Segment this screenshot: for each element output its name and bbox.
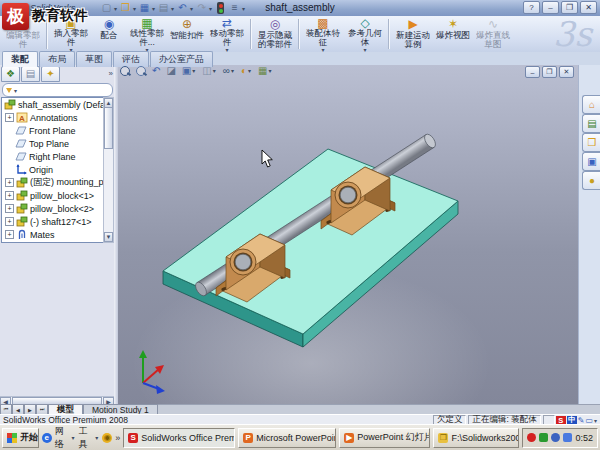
tree-item-top-plane[interactable]: Top Plane [2,137,104,150]
quick-launch-net-menu[interactable]: 网络▾ [55,425,76,450]
expand-icon[interactable] [5,204,14,213]
tree-item-pillow-block-1[interactable]: pillow_block<1> [2,189,104,202]
quick-launch-overflow[interactable]: » [115,433,120,443]
feature-tree-tab[interactable]: ❖ [1,66,20,82]
minimize-button[interactable]: – [542,1,559,14]
expand-icon[interactable] [5,230,14,239]
edu-logo-badge: 极 [2,3,29,30]
redo-dropdown[interactable]: ▾ [209,5,212,12]
apply-scene-icon[interactable]: ▦▾ [256,65,274,77]
tree-item-annotations[interactable]: Annotations [2,111,104,124]
expand-icon[interactable] [5,178,14,187]
new-file-icon[interactable]: ▢ [100,2,113,15]
search-icon[interactable]: ▣ [582,152,600,171]
part-icon [16,177,28,188]
appearances-icon[interactable]: ● [582,171,600,190]
expand-icon[interactable] [5,113,14,122]
view-orientation-icon[interactable]: ▣▾ [180,65,198,77]
doc-restore-button[interactable]: ❐ [542,66,557,78]
restore-button[interactable]: ❐ [561,1,578,14]
print-icon[interactable]: ▤ [157,2,170,15]
show-hidden-components-button[interactable]: ◎ 显示隐藏的零部件 [254,16,296,52]
move-component-button[interactable]: ⇄ 移动零部件 ▾ [206,16,248,52]
quick-launch-browser-icon[interactable]: e [42,433,52,443]
tray-red-icon[interactable] [527,433,536,442]
tree-filter-box[interactable]: ▾ [2,83,113,97]
tree-vertical-scrollbar[interactable]: ▲ ▼ [103,97,114,243]
tree-item-shaft[interactable]: (-) shaft127<1> [2,215,104,228]
save-icon[interactable]: ▦ [138,2,151,15]
powerpoint-task-icon: P [243,433,253,443]
undo-icon[interactable]: ↶ [176,2,189,15]
zoom-to-area-icon[interactable] [134,65,148,77]
smart-fasteners-button[interactable]: ⊕ 智能扣件 [168,16,206,52]
tree-root-assembly[interactable]: shaft_assembly (Default<Display S [2,98,104,111]
hide-show-items-icon[interactable]: ∞▾ [221,65,237,77]
section-view-icon[interactable]: ◪ [164,65,177,77]
graphics-area[interactable] [118,65,578,404]
undo-dropdown[interactable]: ▾ [190,5,193,12]
display-style-icon[interactable]: ◫▾ [200,65,218,77]
options-dropdown[interactable]: ▾ [242,5,245,12]
tab-layout[interactable]: 布局 [39,51,75,67]
filter-dropdown-icon[interactable]: ▾ [14,87,17,94]
panel-tabs-overflow[interactable]: » [109,69,113,78]
quick-launch-tools-menu[interactable]: 工具▾ [79,425,100,450]
property-manager-tab[interactable]: ▤ [21,66,40,82]
options-icon[interactable]: ≡ [228,2,241,15]
doc-close-button[interactable]: ✕ [559,66,574,78]
mate-button[interactable]: ◉ 配合 [92,16,126,52]
model-viewport[interactable] [118,65,578,404]
taskbar-button-folder[interactable]: ❒ F:\Solidworks2008\temp... [433,428,519,448]
file-explorer-icon[interactable]: ❒ [582,133,600,152]
redo-icon[interactable]: ↷ [195,2,208,15]
windows-flag-icon [7,433,17,443]
solidworks-resources-icon[interactable]: ⌂ [582,95,600,114]
ime-options-icon[interactable]: ▾ [594,417,597,424]
doc-minimize-button[interactable]: – [525,66,540,78]
assembly-features-button[interactable]: ▩ 装配体特征 ▾ [302,16,344,52]
explode-line-sketch-button[interactable]: ∿ 爆炸直线草图 [472,16,514,52]
tree-item-mates[interactable]: Mates [2,228,104,241]
design-library-icon[interactable]: ▤ [582,114,600,133]
start-button[interactable]: 开始 [2,428,39,448]
taskbar-button-powerpoint[interactable]: P Microsoft PowerPoint - [... [238,428,336,448]
mounting-plate[interactable] [163,149,458,347]
tray-green-icon[interactable] [539,433,548,442]
open-file-dropdown[interactable]: ▾ [133,5,136,12]
tray-keyboard-icon[interactable] [563,433,572,442]
zoom-to-fit-icon[interactable] [118,65,132,77]
help-button[interactable]: ? [523,1,540,14]
solidworks-brand-mark: 3s [553,14,592,54]
linear-pattern-button[interactable]: ▦ 线性零部件... ▾ [126,16,168,52]
tree-item-right-plane[interactable]: Right Plane [2,150,104,163]
edit-appearance-icon[interactable]: ◐▾ [239,65,254,77]
selection-filter-icon[interactable] [214,2,227,15]
open-file-icon[interactable]: ❒ [119,2,132,15]
taskbar-clock[interactable]: 0:52 [575,433,593,443]
new-motion-study-button[interactable]: ▶ 新建运动算例 [392,16,434,52]
taskbar-button-solidworks[interactable]: S SolidWorks Office Prem... [123,428,235,448]
save-dropdown[interactable]: ▾ [152,5,155,12]
new-file-dropdown[interactable]: ▾ [114,5,117,12]
tree-item-pillow-block-2[interactable]: pillow_block<2> [2,202,104,215]
scroll-down-icon[interactable]: ▼ [104,232,113,242]
close-button[interactable]: ✕ [580,1,597,14]
print-dropdown[interactable]: ▾ [171,5,174,12]
tab-sketch[interactable]: 草图 [76,51,112,67]
taskbar-button-slideshow[interactable]: ▶ PowerPoint 幻灯片放映... [339,428,430,448]
quick-launch-shield-icon[interactable]: ◉ [102,433,112,443]
previous-view-icon[interactable]: ↶ [150,65,162,77]
scrollbar-thumb[interactable] [104,107,113,149]
filter-funnel-icon [6,88,12,93]
tree-item-mounting-plate[interactable]: (固定) mounting_plate<1> [2,176,104,189]
expand-icon[interactable] [5,191,14,200]
configuration-manager-tab[interactable]: ✦ [41,66,60,82]
expand-icon[interactable] [5,217,14,226]
exploded-view-button[interactable]: ✶ 爆炸视图 [434,16,472,52]
reference-geometry-button[interactable]: ◇ 参考几何体 ▾ [344,16,386,52]
tab-assembly[interactable]: 装配 [2,51,38,67]
tree-item-origin[interactable]: Origin [2,163,104,176]
tree-item-front-plane[interactable]: Front Plane [2,124,104,137]
tray-shield-icon[interactable] [551,433,560,442]
